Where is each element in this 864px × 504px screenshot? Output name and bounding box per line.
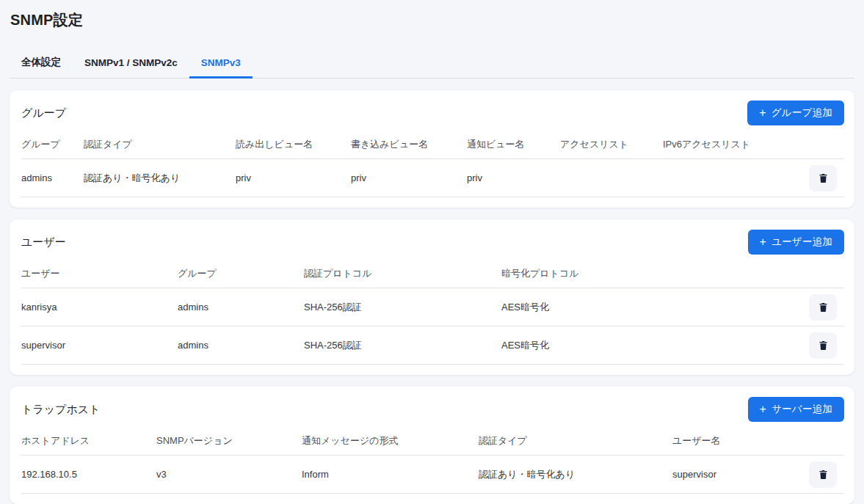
column-header: 読み出しビュー名	[236, 138, 351, 151]
cell-privacy-protocol: AES暗号化	[501, 339, 809, 352]
add-server-button-label: サーバー追加	[772, 403, 832, 416]
cell-group: admins	[178, 340, 304, 351]
groups-card-header: グループ + グループ追加	[21, 90, 844, 125]
users-card: ユーザー + ユーザー追加 ユーザー グループ 認証プロトコル 暗号化プロトコル…	[10, 219, 854, 375]
tab-snmpv1-v2c[interactable]: SNMPv1 / SNMPv2c	[73, 48, 189, 78]
trap-hosts-table: ホストアドレス SNMPバージョン 通知メッセージの形式 認証タイプ ユーザー名…	[21, 426, 844, 494]
trash-icon	[818, 339, 829, 351]
cell-auth-protocol: SHA-256認証	[304, 339, 501, 352]
cell-notify-view: priv	[467, 172, 560, 183]
delete-group-button[interactable]	[809, 165, 837, 191]
table-row: kanrisya admins SHA-256認証 AES暗号化	[21, 288, 844, 326]
cell-user-name: supervisor	[672, 469, 809, 480]
cell-auth-type: 認証あり・暗号化あり	[479, 468, 672, 481]
table-row: admins 認証あり・暗号化あり priv priv priv	[21, 159, 844, 197]
delete-user-button[interactable]	[809, 332, 837, 359]
column-header: 認証タイプ	[84, 138, 236, 151]
column-header: 書き込みビュー名	[351, 138, 467, 151]
column-header: ユーザー名	[672, 434, 809, 448]
cell-group-name: admins	[21, 172, 84, 183]
column-header: グループ	[178, 267, 304, 280]
column-header: 認証プロトコル	[304, 267, 501, 280]
column-header: 暗号化プロトコル	[501, 267, 809, 280]
tab-snmpv3[interactable]: SNMPv3	[189, 48, 253, 78]
plus-icon: +	[760, 236, 767, 248]
column-header: 通知メッセージの形式	[302, 434, 479, 448]
column-header: アクセスリスト	[560, 138, 663, 151]
add-user-button[interactable]: + ユーザー追加	[748, 230, 844, 255]
table-row: 192.168.10.5 v3 Inform 認証あり・暗号化あり superv…	[21, 456, 844, 494]
trash-icon	[818, 172, 829, 184]
cell-host-address: 192.168.10.5	[21, 469, 156, 480]
cell-snmp-version: v3	[156, 469, 302, 480]
cell-group: admins	[178, 302, 304, 313]
cell-write-view: priv	[351, 172, 467, 183]
groups-card: グループ + グループ追加 グループ 認証タイプ 読み出しビュー名 書き込みビュ…	[10, 90, 854, 208]
groups-card-title: グループ	[21, 106, 66, 120]
users-table-header-row: ユーザー グループ 認証プロトコル 暗号化プロトコル	[21, 259, 844, 288]
trap-hosts-card-header: トラップホスト + サーバー追加	[21, 387, 844, 422]
table-row: supervisor admins SHA-256認証 AES暗号化	[21, 326, 844, 365]
tabbar: 全体設定 SNMPv1 / SNMPv2c SNMPv3	[10, 48, 854, 78]
column-header: IPv6アクセスリスト	[663, 138, 809, 151]
column-header: SNMPバージョン	[156, 434, 302, 448]
trash-icon	[818, 468, 829, 481]
cell-auth-protocol: SHA-256認証	[304, 301, 501, 314]
users-card-header: ユーザー + ユーザー追加	[21, 219, 844, 255]
column-header: グループ	[21, 138, 84, 151]
cell-user-name: supervisor	[21, 340, 178, 351]
tab-general-settings[interactable]: 全体設定	[10, 48, 73, 78]
users-table: ユーザー グループ 認証プロトコル 暗号化プロトコル kanrisya admi…	[21, 259, 844, 365]
trap-hosts-table-header-row: ホストアドレス SNMPバージョン 通知メッセージの形式 認証タイプ ユーザー名	[21, 426, 844, 456]
groups-table: グループ 認証タイプ 読み出しビュー名 書き込みビュー名 通知ビュー名 アクセス…	[21, 130, 844, 197]
cell-notify-message-format: Inform	[302, 469, 479, 480]
cell-privacy-protocol: AES暗号化	[501, 301, 809, 314]
trap-hosts-card-title: トラップホスト	[21, 403, 100, 417]
trash-icon	[818, 301, 829, 313]
add-server-button[interactable]: + サーバー追加	[748, 397, 844, 422]
column-header: ユーザー	[21, 267, 178, 280]
add-user-button-label: ユーザー追加	[772, 235, 832, 249]
add-group-button[interactable]: + グループ追加	[747, 101, 844, 125]
snmp-settings-page: SNMP設定 全体設定 SNMPv1 / SNMPv2c SNMPv3 グループ…	[0, 0, 864, 504]
cell-user-name: kanrisya	[21, 302, 178, 313]
delete-user-button[interactable]	[809, 294, 837, 321]
delete-trap-host-button[interactable]	[809, 461, 837, 488]
plus-icon: +	[759, 107, 766, 119]
page-title: SNMP設定	[10, 10, 854, 30]
trap-hosts-card: トラップホスト + サーバー追加 ホストアドレス SNMPバージョン 通知メッセ…	[10, 387, 854, 504]
cell-read-view: priv	[236, 172, 351, 183]
column-header: 認証タイプ	[479, 434, 672, 448]
cell-auth-type: 認証あり・暗号化あり	[84, 172, 236, 185]
plus-icon: +	[760, 403, 767, 415]
column-header: ホストアドレス	[21, 434, 156, 448]
users-card-title: ユーザー	[21, 235, 66, 249]
groups-table-header-row: グループ 認証タイプ 読み出しビュー名 書き込みビュー名 通知ビュー名 アクセス…	[21, 130, 844, 159]
column-header: 通知ビュー名	[467, 138, 560, 151]
add-group-button-label: グループ追加	[772, 106, 832, 120]
